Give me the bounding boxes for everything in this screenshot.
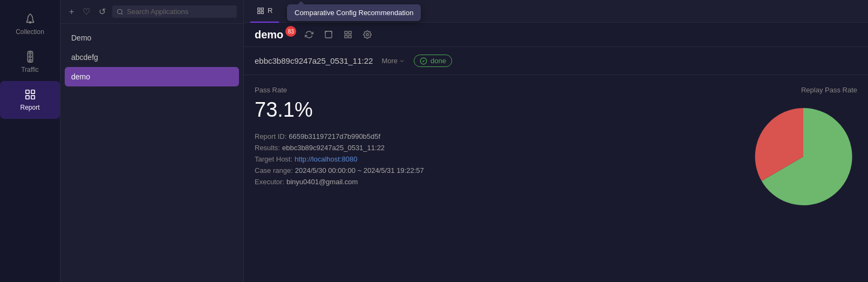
report-left: Pass Rate 73.1% Report ID: 6659b31197217… <box>255 86 717 271</box>
sidebar-item-report[interactable]: Report <box>0 81 60 119</box>
collection-label: Collection <box>16 28 44 36</box>
meta-target-host: Target Host: http://localhost:8080 <box>255 155 717 163</box>
expand-button[interactable] <box>322 28 335 41</box>
app-list: Demo abcdefg demo <box>60 24 243 91</box>
svg-rect-17 <box>349 31 352 34</box>
svg-rect-6 <box>31 90 34 93</box>
search-box <box>112 5 237 18</box>
sidebar-item-traffic[interactable]: Traffic <box>0 43 60 81</box>
refresh-icon <box>305 30 313 39</box>
svg-rect-7 <box>25 96 29 99</box>
search-icon <box>117 8 124 16</box>
pass-rate-label: Pass Rate <box>255 86 717 94</box>
search-input[interactable] <box>127 8 233 16</box>
rocket-icon <box>24 13 36 25</box>
meta-results: Results: ebbc3b89c9247a25_0531_11:22 <box>255 144 717 152</box>
app-item-abcdefg[interactable]: abcdefg <box>60 48 243 67</box>
refresh-button[interactable]: ↺ <box>97 5 108 18</box>
meta-report-id: Report ID: 6659b31197217d7b990b5d5f <box>255 132 717 140</box>
svg-point-9 <box>118 9 122 14</box>
traffic-icon <box>24 51 36 63</box>
report-right: Replay Pass Rate <box>728 86 857 271</box>
svg-rect-11 <box>258 8 260 10</box>
pie-chart-svg <box>749 103 857 211</box>
app-item-demo-active[interactable]: demo <box>65 67 239 86</box>
svg-point-3 <box>29 59 31 62</box>
svg-rect-16 <box>345 31 347 34</box>
report-label: Report <box>20 104 39 111</box>
app-list-header: + ♡ ↺ <box>60 0 243 24</box>
meta-executor: Executor: binyu0401@gmail.com <box>255 178 717 186</box>
svg-rect-19 <box>349 35 352 38</box>
table-view-button[interactable] <box>341 28 354 41</box>
svg-point-2 <box>29 56 31 58</box>
svg-rect-18 <box>345 35 347 38</box>
meta-case-range: Case range: 2024/5/30 00:00:00 ~ 2024/5/… <box>255 166 717 174</box>
svg-rect-12 <box>261 8 263 10</box>
report-icon <box>24 89 36 100</box>
more-button[interactable]: More <box>381 57 405 65</box>
app-item-demo-1[interactable]: Demo <box>60 28 243 48</box>
main-content: R Comparative Config Recommendation demo… <box>244 0 868 282</box>
grid-icon <box>257 7 264 15</box>
expand-icon <box>324 30 333 39</box>
chevron-down-icon <box>399 58 405 64</box>
svg-rect-14 <box>261 11 263 14</box>
app-list-panel: + ♡ ↺ Demo abcdefg demo <box>60 0 244 282</box>
sidebar: Collection Traffic Report <box>0 0 60 282</box>
add-app-button[interactable]: + <box>67 6 76 18</box>
svg-point-20 <box>366 33 368 36</box>
report-header: ebbc3b89c9247a25_0531_11:22 More done <box>244 47 868 75</box>
svg-point-1 <box>29 52 31 55</box>
favorite-button[interactable]: ♡ <box>80 5 92 18</box>
pass-rate-value: 73.1% <box>255 98 717 122</box>
status-badge: done <box>414 55 452 67</box>
tab-bar: R Comparative Config Recommendation <box>244 0 868 23</box>
svg-rect-4 <box>28 51 32 62</box>
svg-rect-15 <box>325 31 332 38</box>
replay-pass-rate-label: Replay Pass Rate <box>801 86 857 94</box>
gear-icon <box>363 30 372 39</box>
svg-rect-13 <box>258 11 260 14</box>
pie-chart <box>749 103 857 211</box>
report-content: Pass Rate 73.1% Report ID: 6659b31197217… <box>244 75 868 282</box>
app-header: demo 83 <box>244 23 868 47</box>
refresh-app-button[interactable] <box>303 28 316 41</box>
target-host-link[interactable]: http://localhost:8080 <box>295 155 357 163</box>
svg-rect-5 <box>25 90 29 93</box>
tooltip-container: Comparative Config Recommendation <box>287 4 421 21</box>
svg-rect-8 <box>31 96 34 99</box>
sidebar-item-collection[interactable]: Collection <box>0 5 60 43</box>
table-icon <box>344 30 352 39</box>
tooltip: Comparative Config Recommendation <box>287 4 421 21</box>
tab-label: R <box>268 6 272 15</box>
svg-line-10 <box>121 13 122 14</box>
app-title: demo <box>255 29 283 41</box>
notification-badge: 83 <box>285 26 296 37</box>
report-tab[interactable]: R <box>250 0 279 23</box>
traffic-label: Traffic <box>21 66 39 73</box>
tooltip-text: Comparative Config Recommendation <box>295 9 413 17</box>
check-circle-icon <box>420 57 427 65</box>
status-text: done <box>430 57 446 65</box>
settings-button[interactable] <box>361 28 374 41</box>
report-id: ebbc3b89c9247a25_0531_11:22 <box>255 56 373 65</box>
